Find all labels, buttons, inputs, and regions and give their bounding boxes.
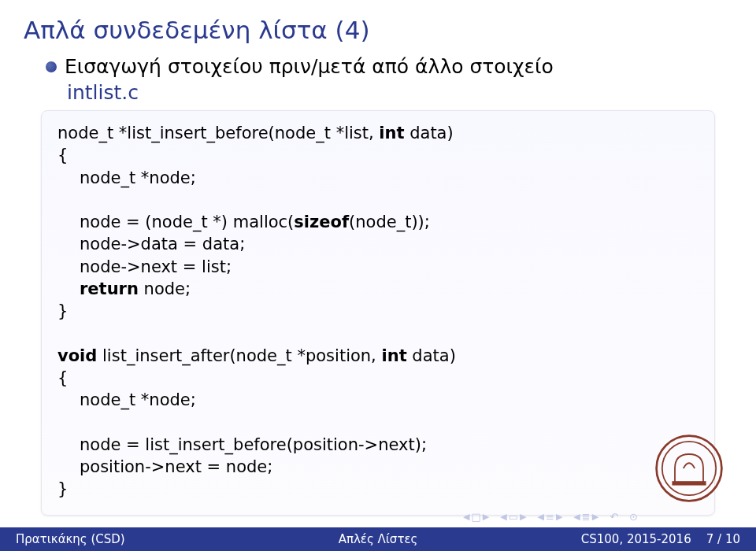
svg-point-1 [662,442,716,495]
code-line: node_t *list_insert_before(node_t *list,… [57,122,699,144]
code-line: return node; [57,278,699,300]
nav-subsection-icon[interactable]: ◀≡▶ [538,511,563,523]
filename-label: intlist.c [67,81,732,104]
nav-section-icon[interactable]: ◀▭▶ [500,511,526,523]
code-line: node_t *node; [57,389,699,411]
code-line: { [57,367,699,389]
bullet-icon [46,61,57,72]
footer-meta: CS100, 2015-2016 7 / 10 [498,532,756,546]
code-line: node->next = list; [57,256,699,278]
code-line: position->next = node; [57,456,699,478]
nav-search-icon[interactable]: ⊙ [629,511,638,523]
code-line: node = (node_t *) malloc(sizeof(node_t))… [57,211,699,233]
code-line: node->data = data; [57,233,699,255]
footer-title: Απλές Λίστες [258,532,499,546]
code-line: node = list_insert_before(position->next… [57,434,699,456]
code-line: node_t *node; [57,167,699,189]
bullet-text: Εισαγωγή στοιχείου πριν/μετά από άλλο στ… [65,55,554,78]
code-line: void list_insert_after(node_t *position,… [57,345,699,367]
footer-bar: Πρατικάκης (CSD) Απλές Λίστες CS100, 201… [0,527,756,551]
code-block: node_t *list_insert_before(node_t *list,… [41,110,715,516]
nav-undo-icon[interactable]: ↶ [610,511,618,523]
code-line: } [57,478,699,500]
university-logo [654,433,724,504]
bullet-row: Εισαγωγή στοιχείου πριν/μετά από άλλο στ… [46,55,732,78]
slide-title: Απλά συνδεδεμένη λίστα (4) [24,16,732,44]
beamer-nav: ◀□▶ ◀▭▶ ◀≡▶ ◀≣▶ ↶ ⊙ [463,511,638,523]
nav-frame-icon[interactable]: ◀≣▶ [573,511,598,523]
nav-back-icon[interactable]: ◀□▶ [463,511,489,523]
svg-rect-2 [672,481,706,485]
svg-point-0 [657,436,722,501]
footer-author: Πρατικάκης (CSD) [0,532,258,546]
code-line: } [57,300,699,322]
code-line: { [57,144,699,166]
